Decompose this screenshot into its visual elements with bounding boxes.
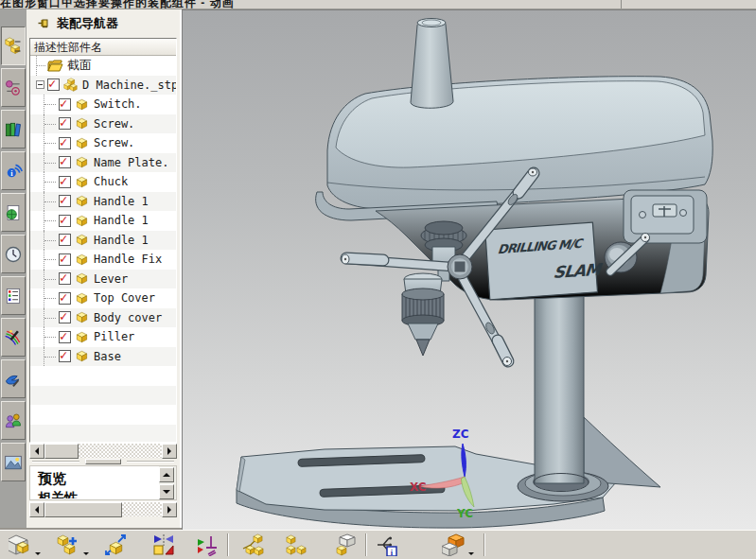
component-checkbox[interactable]: ✓ <box>59 137 71 149</box>
tree-item[interactable]: ✓ Handle Fix <box>30 250 176 270</box>
pushpin-icon[interactable] <box>38 18 50 30</box>
tree-item[interactable]: ✓ Handle 1 <box>30 211 176 231</box>
tree-item[interactable]: ✓ Handle 1 <box>30 231 176 251</box>
find-component-button[interactable] <box>6 532 34 558</box>
component-checkbox[interactable]: ✓ <box>59 350 71 362</box>
dropdown-caret[interactable] <box>34 532 41 558</box>
sequence-button[interactable] <box>331 532 360 558</box>
visualization-tab[interactable] <box>1 318 26 357</box>
component-checkbox[interactable]: ✓ <box>59 311 71 323</box>
component-cube-icon <box>74 214 90 228</box>
two-users-icon <box>4 411 23 430</box>
scroll-right-button[interactable] <box>162 502 177 517</box>
drill-press: DRILLING M/C SLAM <box>237 19 712 529</box>
tree-item[interactable]: ✓ Body cover <box>30 308 176 328</box>
tree-item[interactable]: ✓ Handle 1 <box>30 192 176 212</box>
blue-bird-icon <box>4 370 23 389</box>
component-checkbox[interactable]: ✓ <box>59 272 71 285</box>
library-tab[interactable] <box>1 110 26 148</box>
wave-geometry-linker-button[interactable] <box>439 532 467 558</box>
orange-gray-cubes-icon <box>442 533 465 556</box>
tree-item[interactable]: ✓ Screw. <box>30 133 176 153</box>
component-checkbox[interactable]: ✓ <box>59 117 71 130</box>
history-tab[interactable] <box>1 235 26 273</box>
constraint-target-icon <box>4 79 23 97</box>
scroll-left-button[interactable] <box>29 444 44 459</box>
preview-vertical-scrollbar[interactable] <box>159 466 176 499</box>
constraint-arrows-icon <box>196 533 219 556</box>
chuck-part[interactable] <box>402 273 444 356</box>
component-cube-icon <box>74 97 90 112</box>
resource-bar: i <box>0 9 26 530</box>
constraint-navigator-tab[interactable] <box>1 68 26 107</box>
tree-item-label: Top Cover <box>93 291 155 305</box>
component-checkbox[interactable]: ✓ <box>59 253 71 266</box>
tree-guide <box>44 211 59 231</box>
scroll-down-button[interactable] <box>159 484 174 499</box>
dependencies-header-clipped[interactable]: 相关性 <box>30 490 159 498</box>
assembly-navigator-tab[interactable] <box>1 26 26 65</box>
piller-part[interactable] <box>534 283 589 492</box>
component-checkbox[interactable]: ✓ <box>59 215 71 227</box>
tree-item-label: Name Plate. <box>93 156 168 169</box>
roles-tab[interactable] <box>1 359 26 398</box>
scroll-thumb[interactable] <box>44 502 122 517</box>
tree-item-root[interactable]: ✓ D Machine._stp <box>30 76 176 96</box>
scroll-right-button[interactable] <box>162 444 177 459</box>
move-component-button[interactable] <box>102 532 131 558</box>
name-plate-part[interactable]: DRILLING M/C SLAM <box>485 221 610 300</box>
dropdown-caret[interactable] <box>467 532 474 558</box>
assembly-constraints-button[interactable] <box>193 532 221 558</box>
exploded-views-button[interactable] <box>238 532 267 558</box>
show-product-outline-button[interactable] <box>282 532 310 558</box>
preview-horizontal-scrollbar[interactable] <box>29 501 177 516</box>
tree-guide <box>44 347 59 367</box>
tree-item[interactable]: ✓ Screw. <box>30 114 176 134</box>
scroll-up-button[interactable] <box>159 467 174 482</box>
add-component-button[interactable] <box>54 532 82 558</box>
tree-item-label: Base <box>93 350 121 363</box>
tree-item[interactable]: ✓ Top Cover <box>30 288 176 308</box>
web-browser-tab[interactable] <box>1 193 26 232</box>
tree-item[interactable]: ✓ Chuck <box>30 172 176 192</box>
graphics-viewport[interactable]: DRILLING M/C SLAM <box>182 9 756 530</box>
tree-horizontal-scrollbar[interactable] <box>29 443 177 458</box>
component-checkbox[interactable]: ✓ <box>59 331 71 343</box>
component-checkbox[interactable]: ✓ <box>59 195 71 207</box>
dropdown-caret[interactable] <box>82 532 89 558</box>
component-checkbox[interactable]: ✓ <box>59 176 71 188</box>
material-list-icon <box>4 287 23 306</box>
component-checkbox[interactable]: ✓ <box>59 234 71 246</box>
tree-column-header[interactable]: 描述性部件名 <box>30 39 176 56</box>
tree-rows: 截面 ✓ D Machine._stp <box>30 56 176 442</box>
collapse-expander-icon[interactable] <box>36 80 44 89</box>
assembly-information-button[interactable]: i <box>373 532 401 558</box>
system-materials-tab[interactable] <box>1 276 26 315</box>
component-cube-icon <box>74 291 90 306</box>
root-checkbox[interactable]: ✓ <box>47 79 60 91</box>
users-tab[interactable] <box>1 401 26 440</box>
tree-item[interactable]: ✓ Switch. <box>30 95 176 114</box>
scroll-left-button[interactable] <box>29 502 44 517</box>
tree-item[interactable]: ✓ Base <box>30 347 176 367</box>
switch-part[interactable] <box>624 190 707 243</box>
cube-stack-icon <box>9 533 31 556</box>
preview-header[interactable]: 预览 <box>30 466 159 490</box>
tree-item-section[interactable]: 截面 <box>30 56 176 76</box>
splitter-grip[interactable] <box>85 459 121 464</box>
assemblies-toolbar: i <box>0 530 756 559</box>
tree-guide <box>44 231 59 251</box>
tree-item[interactable]: ✓ Name Plate. <box>30 153 176 173</box>
component-checkbox[interactable]: ✓ <box>59 156 71 168</box>
panel-splitter[interactable] <box>26 458 180 465</box>
scene-tab[interactable] <box>1 443 26 481</box>
scroll-thumb[interactable] <box>44 444 79 459</box>
tree-item[interactable]: ✓ Piller <box>30 327 176 347</box>
toolbar-separator <box>483 533 485 556</box>
move-cube-arrows-icon <box>105 533 128 556</box>
mirror-assembly-button[interactable] <box>149 532 178 558</box>
component-checkbox[interactable]: ✓ <box>59 292 71 305</box>
internet-tab[interactable]: i <box>1 151 26 190</box>
tree-item[interactable]: ✓ Lever <box>30 270 176 289</box>
component-checkbox[interactable]: ✓ <box>59 98 71 111</box>
